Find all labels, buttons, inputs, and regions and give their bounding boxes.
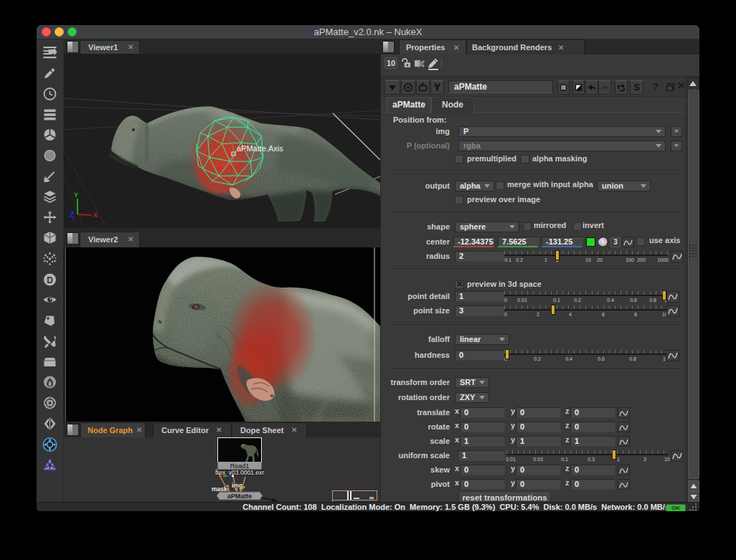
- svg-text:trex_v03.0001.exr: trex_v03.0001.exr: [215, 469, 264, 476]
- svg-text:X: X: [93, 212, 98, 219]
- svg-text:Z: Z: [70, 210, 75, 219]
- svg-text:Read1: Read1: [230, 462, 250, 470]
- svg-text:aPMatte.Axis: aPMatte.Axis: [237, 144, 283, 153]
- svg-text:aPMatte: aPMatte: [227, 493, 253, 500]
- svg-text:Y: Y: [74, 191, 78, 199]
- svg-text:img: img: [232, 482, 242, 489]
- svg-text:D: D: [47, 275, 53, 285]
